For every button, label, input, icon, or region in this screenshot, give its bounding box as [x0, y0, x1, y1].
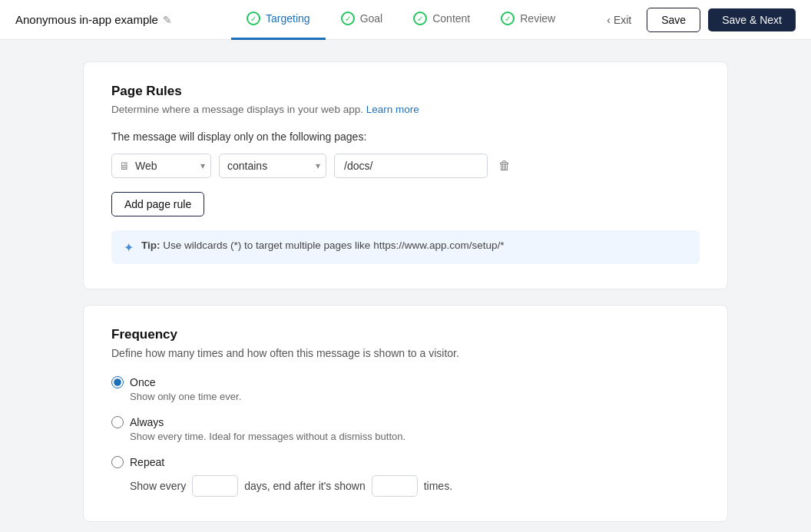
once-label-row: Once [111, 376, 700, 388]
app-title: Anonymous in-app example ✎ [15, 13, 172, 26]
nav-step-review[interactable]: ✓ Review [485, 0, 571, 40]
repeat-times-input[interactable] [372, 475, 418, 497]
review-label: Review [520, 12, 555, 25]
delete-rule-button[interactable]: 🗑 [495, 156, 514, 176]
repeat-label: Repeat [130, 456, 164, 468]
always-desc: Show every time. Ideal for messages with… [130, 431, 700, 442]
exit-label: Exit [614, 14, 631, 26]
frequency-card: Frequency Define how many times and how … [83, 305, 728, 522]
always-radio[interactable] [111, 416, 124, 428]
page-rules-card: Page Rules Determine where a message dis… [83, 61, 728, 289]
content-check-icon: ✓ [413, 12, 427, 25]
tip-label: Tip: [141, 240, 161, 251]
page-rules-title: Page Rules [111, 84, 700, 99]
rule-description: The message will display only on the fol… [111, 131, 700, 143]
repeat-prefix: Show every [130, 480, 186, 492]
top-nav: Anonymous in-app example ✎ ✓ Targeting ✓… [0, 0, 811, 40]
targeting-check-icon: ✓ [247, 12, 260, 25]
frequency-title: Frequency [111, 327, 700, 342]
once-radio[interactable] [111, 376, 124, 388]
always-label: Always [130, 416, 164, 428]
page-rules-subtitle: Determine where a message displays in yo… [111, 104, 700, 115]
page-rules-subtitle-text: Determine where a message displays in yo… [111, 104, 363, 115]
trash-icon: 🗑 [498, 159, 511, 172]
tip-box: ✦ Tip: Use wildcards (*) to target multi… [111, 230, 700, 264]
once-desc: Show only one time ever. [130, 391, 700, 402]
frequency-description: Define how many times and how often this… [111, 347, 700, 359]
repeat-label-row: Repeat [111, 456, 700, 468]
repeat-radio[interactable] [111, 456, 124, 468]
nav-right: ‹ Exit Save Save & Next [599, 8, 796, 32]
tip-text: Use wildcards (*) to target multiple pag… [163, 240, 504, 251]
frequency-always-item: Always Show every time. Ideal for messag… [111, 416, 700, 442]
lightbulb-icon: ✦ [124, 240, 134, 255]
frequency-repeat-item: Repeat Show every days, end after it's s… [111, 456, 700, 497]
repeat-suffix: times. [424, 480, 452, 492]
monitor-icon: 🖥 [119, 160, 130, 172]
add-page-rule-button[interactable]: Add page rule [111, 192, 204, 216]
once-label: Once [130, 376, 155, 388]
targeting-label: Targeting [266, 12, 310, 25]
frequency-options: Once Show only one time ever. Always Sho… [111, 376, 700, 497]
nav-step-content[interactable]: ✓ Content [398, 0, 485, 40]
content-label: Content [432, 12, 470, 25]
rule-value-input[interactable] [334, 154, 488, 178]
app-title-text: Anonymous in-app example [15, 13, 158, 26]
nav-steps: ✓ Targeting ✓ Goal ✓ Content ✓ Review [203, 0, 599, 40]
repeat-row: Show every days, end after it's shown ti… [130, 475, 700, 497]
nav-step-goal[interactable]: ✓ Goal [326, 0, 399, 40]
nav-step-targeting[interactable]: ✓ Targeting [231, 0, 326, 40]
save-next-button[interactable]: Save & Next [708, 8, 796, 31]
condition-select[interactable]: contains equals starts with ends with [219, 154, 326, 178]
edit-icon[interactable]: ✎ [163, 14, 172, 26]
main-content: Page Rules Determine where a message dis… [68, 40, 743, 532]
save-button[interactable]: Save [647, 8, 700, 32]
frequency-once-item: Once Show only one time ever. [111, 376, 700, 402]
platform-select-wrap: 🖥 Web Mobile [111, 154, 211, 178]
repeat-days-input[interactable] [192, 475, 238, 497]
learn-more-link[interactable]: Learn more [366, 104, 419, 115]
condition-select-wrap: contains equals starts with ends with [219, 154, 326, 178]
review-check-icon: ✓ [501, 12, 515, 25]
back-icon: ‹ [607, 14, 611, 26]
rule-row: 🖥 Web Mobile contains equals starts with… [111, 154, 700, 178]
goal-label: Goal [360, 12, 383, 25]
always-label-row: Always [111, 416, 700, 428]
tip-content: Tip: Use wildcards (*) to target multipl… [141, 240, 504, 251]
exit-button[interactable]: ‹ Exit [599, 9, 639, 31]
goal-check-icon: ✓ [341, 12, 355, 25]
repeat-middle: days, end after it's shown [244, 480, 366, 492]
